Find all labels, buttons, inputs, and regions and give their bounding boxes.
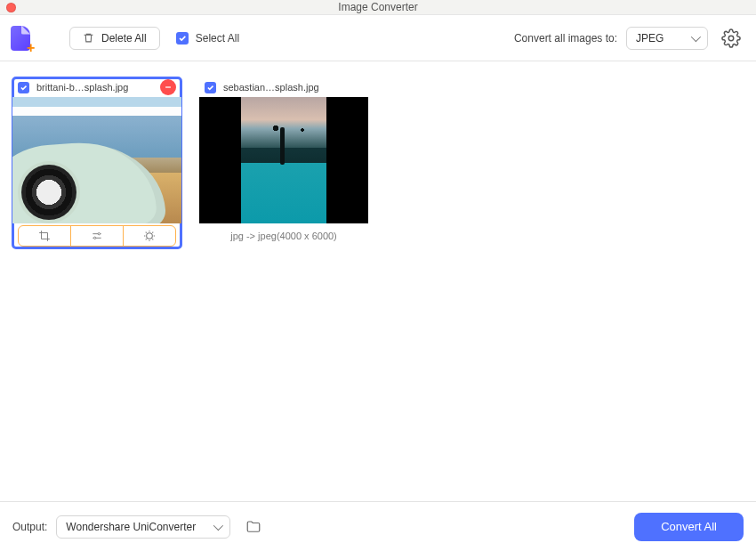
output-destination-value: Wondershare UniConverter [66, 521, 196, 533]
convert-all-button[interactable]: Convert All [634, 513, 744, 541]
image-card[interactable]: brittani-b…splash.jpg [12, 77, 181, 248]
effects-button[interactable] [124, 226, 175, 246]
delete-all-button[interactable]: Delete All [69, 27, 160, 50]
select-all-checkbox[interactable]: Select All [176, 32, 239, 45]
gear-icon [721, 28, 741, 48]
crop-button[interactable] [19, 226, 71, 246]
format-selected-value: JPEG [636, 32, 664, 45]
card-checkbox[interactable] [18, 82, 29, 93]
svg-point-2 [94, 237, 96, 239]
plus-icon: + [27, 42, 39, 54]
select-all-label: Select All [196, 32, 239, 45]
card-header: brittani-b…splash.jpg [12, 77, 181, 97]
chevron-down-icon [691, 31, 701, 41]
card-thumbnail [12, 97, 181, 223]
card-filename: sebastian…splash.jpg [223, 82, 363, 93]
convert-to-label: Convert all images to: [514, 32, 617, 45]
output-label: Output: [12, 521, 47, 533]
chevron-down-icon [213, 520, 223, 530]
bottombar: Output: Wondershare UniConverter Convert… [0, 501, 756, 551]
delete-all-label: Delete All [101, 32, 147, 45]
convert-all-label: Convert All [661, 520, 717, 533]
format-select[interactable]: JPEG [626, 27, 708, 50]
card-filename: brittani-b…splash.jpg [36, 82, 153, 93]
titlebar: Image Converter [0, 0, 756, 15]
image-card[interactable]: sebastian…splash.jpg jpg -> jpeg(4000 x … [199, 77, 368, 248]
output-destination-select[interactable]: Wondershare UniConverter [56, 515, 230, 539]
card-checkbox[interactable] [205, 82, 216, 93]
svg-point-1 [98, 233, 100, 235]
open-output-folder-button[interactable] [243, 516, 264, 538]
close-window-icon[interactable] [6, 3, 16, 12]
add-file-button[interactable]: + [11, 26, 36, 51]
card-conversion-info: jpg -> jpeg(4000 x 6000) [199, 223, 368, 248]
settings-button[interactable] [719, 26, 744, 51]
magic-icon [142, 229, 157, 243]
card-actions [18, 225, 176, 247]
minus-icon [164, 83, 173, 92]
card-header: sebastian…splash.jpg [199, 77, 368, 97]
sliders-icon [91, 230, 103, 242]
adjust-button[interactable] [71, 226, 124, 246]
card-thumbnail [199, 97, 368, 223]
trash-icon [83, 32, 94, 44]
image-grid: brittani-b…splash.jpg [0, 61, 756, 501]
svg-point-0 [728, 36, 734, 41]
crop-icon [38, 230, 51, 242]
checkbox-checked-icon [176, 32, 189, 45]
svg-point-3 [147, 233, 153, 239]
folder-icon [245, 519, 261, 535]
toolbar: + Delete All Select All Convert all imag… [0, 15, 756, 61]
remove-card-button[interactable] [160, 79, 176, 95]
window-title: Image Converter [338, 1, 417, 13]
